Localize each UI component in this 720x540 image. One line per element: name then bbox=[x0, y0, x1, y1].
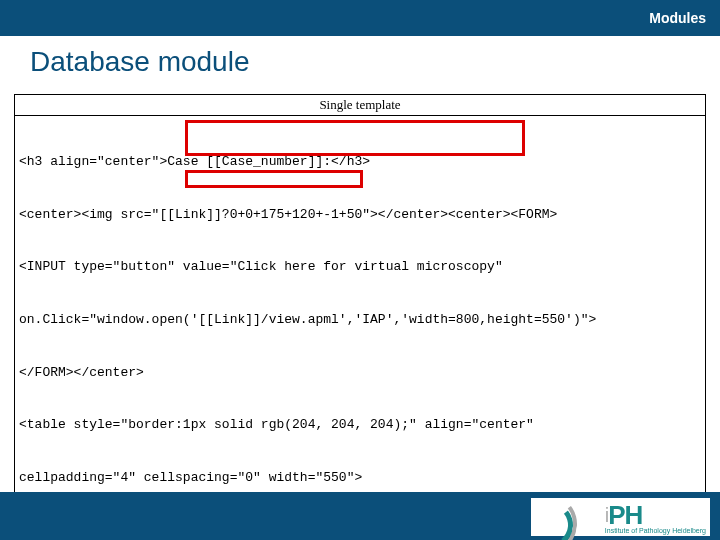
code-line: </FORM></center> bbox=[19, 364, 701, 382]
slide-title: Database module bbox=[0, 36, 720, 94]
highlight-box bbox=[185, 170, 363, 188]
code-line: on.Click="window.open('[[Link]]/view.apm… bbox=[19, 311, 701, 329]
code-line: cellpadding="4" cellspacing="0" width="5… bbox=[19, 469, 701, 487]
code-line: <INPUT type="button" value="Click here f… bbox=[19, 258, 701, 276]
topbar-title: Modules bbox=[649, 10, 706, 26]
code-body: <h3 align="center">Case [[Case_number]]:… bbox=[15, 116, 705, 540]
top-bar: Modules bbox=[0, 0, 720, 36]
code-panel: Single template <h3 align="center">Case … bbox=[14, 94, 706, 540]
logo-text-block: iPH Institute of Pathology Heidelberg bbox=[605, 504, 706, 534]
highlight-box bbox=[185, 120, 525, 156]
logo-mark-icon bbox=[535, 500, 599, 534]
logo-subtitle: Institute of Pathology Heidelberg bbox=[605, 527, 706, 534]
code-panel-header: Single template bbox=[15, 95, 705, 116]
logo: iPH Institute of Pathology Heidelberg bbox=[531, 498, 710, 536]
logo-text: iPH bbox=[605, 504, 706, 527]
code-line: <h3 align="center">Case [[Case_number]]:… bbox=[19, 153, 701, 171]
code-line: <table style="border:1px solid rgb(204, … bbox=[19, 416, 701, 434]
code-line: <center><img src="[[Link]]?0+0+175+120+-… bbox=[19, 206, 701, 224]
